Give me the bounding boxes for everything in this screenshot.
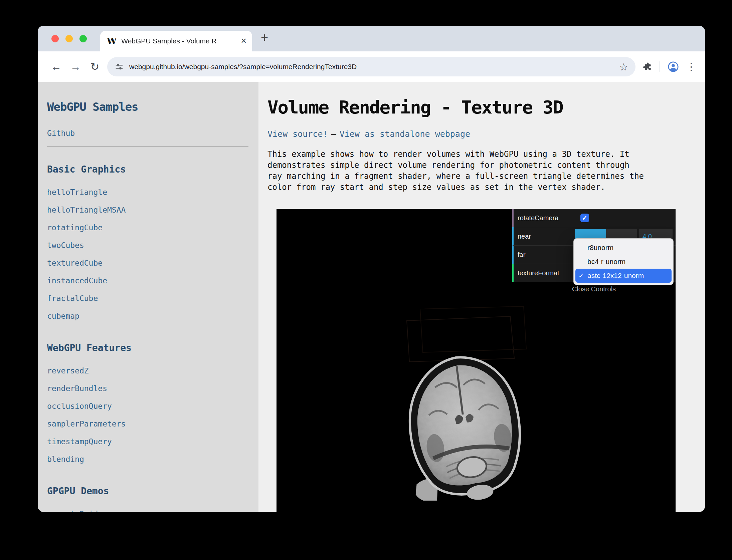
minimize-window-button[interactable]	[65, 35, 73, 42]
reload-icon[interactable]: ↻	[85, 60, 105, 73]
sample-description: This example shows how to render volumes…	[267, 149, 646, 193]
sidebar-section-heading: WebGPU Features	[47, 342, 258, 353]
sidebar: WebGPU Samples Github Basic Graphicshell…	[38, 82, 258, 512]
texture-format-dropdown: r8unormbc4-r-unorm✓astc-12x12-unorm	[573, 238, 674, 285]
sidebar-item-reversedZ[interactable]: reversedZ	[47, 362, 258, 380]
browser-window: W WebGPU Samples - Volume R ✕ + ← → ↻ we…	[38, 26, 705, 512]
extensions-icon[interactable]	[642, 62, 652, 72]
bookmark-star-icon[interactable]: ☆	[619, 61, 628, 73]
new-tab-button[interactable]: +	[261, 30, 268, 45]
dropdown-option-label: bc4-r-unorm	[587, 258, 625, 265]
toolbar-actions: ⋮	[642, 61, 696, 72]
sidebar-item-helloTriangleMSAA[interactable]: helloTriangleMSAA	[47, 201, 258, 219]
sidebar-item-occlusionQuery[interactable]: occlusionQuery	[47, 397, 258, 415]
back-icon[interactable]: ←	[46, 61, 66, 73]
sample-links-row: View source!—View as standalone webpage	[267, 129, 705, 139]
toolbar-divider	[660, 61, 660, 72]
sidebar-item-samplerParameters[interactable]: samplerParameters	[47, 415, 258, 433]
sidebar-divider	[47, 146, 248, 147]
sidebar-item-fractalCube[interactable]: fractalCube	[47, 290, 258, 307]
sidebar-item-renderBundles[interactable]: renderBundles	[47, 380, 258, 397]
github-link[interactable]: Github	[47, 129, 258, 137]
page-title: Volume Rendering - Texture 3D	[267, 97, 705, 118]
sidebar-sections: Basic GraphicshelloTrianglehelloTriangle…	[47, 164, 258, 512]
near-label: near	[514, 233, 575, 240]
page-content: WebGPU Samples Github Basic Graphicshell…	[38, 82, 705, 512]
webgpu-canvas[interactable]: rotateCamera ✓ near 4.0 far texture	[277, 209, 676, 512]
view-source-link[interactable]: View source!	[267, 129, 328, 139]
tab-close-icon[interactable]: ✕	[241, 37, 247, 45]
url-text[interactable]: webgpu.github.io/webgpu-samples/?sample=…	[129, 63, 615, 71]
sidebar-item-rotatingCube[interactable]: rotatingCube	[47, 219, 258, 237]
far-label: far	[514, 251, 575, 259]
checkbox-check-icon: ✓	[582, 214, 588, 222]
dropdown-option-astc-12x12-unorm[interactable]: ✓astc-12x12-unorm	[575, 269, 672, 283]
sidebar-section-heading: Basic Graphics	[47, 164, 258, 175]
close-window-button[interactable]	[51, 35, 59, 42]
sidebar-item-cubemap[interactable]: cubemap	[47, 307, 258, 325]
dropdown-option-label: r8unorm	[587, 244, 613, 251]
address-bar[interactable]: webgpu.github.io/webgpu-samples/?sample=…	[107, 57, 635, 76]
sidebar-link-list: helloTrianglehelloTriangleMSAArotatingCu…	[47, 184, 258, 325]
checkmark-icon: ✓	[578, 269, 584, 283]
traffic-lights	[51, 35, 87, 42]
gui-row-rotate-camera: rotateCamera ✓	[512, 209, 676, 227]
tab-strip: W WebGPU Samples - Volume R ✕ +	[38, 26, 705, 51]
brain-mri-render	[390, 344, 537, 501]
sidebar-item-blending[interactable]: blending	[47, 451, 258, 468]
menu-kebab-icon[interactable]: ⋮	[686, 62, 696, 72]
tab-title: WebGPU Samples - Volume R	[121, 37, 238, 45]
sidebar-link-list: reversedZrenderBundlesocclusionQuerysamp…	[47, 362, 258, 468]
zoom-window-button[interactable]	[79, 35, 87, 42]
sidebar-item-computeBoids[interactable]: computeBoids	[47, 505, 258, 512]
sidebar-item-timestampQuery[interactable]: timestampQuery	[47, 433, 258, 451]
sidebar-link-list: computeBoids	[47, 505, 258, 512]
site-title: WebGPU Samples	[47, 100, 258, 113]
dropdown-option-label: astc-12x12-unorm	[587, 272, 644, 279]
dropdown-option-bc4-r-unorm[interactable]: bc4-r-unorm	[575, 255, 672, 269]
standalone-link[interactable]: View as standalone webpage	[340, 129, 470, 139]
rotate-camera-label: rotateCamera	[514, 214, 575, 222]
sidebar-item-instancedCube[interactable]: instancedCube	[47, 272, 258, 290]
main-content: Volume Rendering - Texture 3D View sourc…	[258, 82, 705, 512]
browser-toolbar: ← → ↻ webgpu.github.io/webgpu-samples/?s…	[38, 51, 705, 82]
sidebar-item-twoCubes[interactable]: twoCubes	[47, 237, 258, 254]
tab-favicon-icon: W	[107, 36, 117, 46]
link-separator: —	[331, 129, 336, 139]
texture-format-label: textureFormat	[514, 269, 575, 277]
dropdown-option-r8unorm[interactable]: r8unorm	[575, 241, 672, 255]
sidebar-section-heading: GPGPU Demos	[47, 486, 258, 497]
sidebar-item-helloTriangle[interactable]: helloTriangle	[47, 184, 258, 201]
rotate-camera-checkbox[interactable]: ✓	[580, 214, 589, 222]
browser-tab[interactable]: W WebGPU Samples - Volume R ✕	[100, 31, 252, 51]
tune-icon[interactable]	[115, 62, 124, 71]
sidebar-item-texturedCube[interactable]: texturedCube	[47, 254, 258, 272]
profile-avatar-icon[interactable]	[668, 61, 679, 72]
forward-icon[interactable]: →	[66, 61, 85, 73]
